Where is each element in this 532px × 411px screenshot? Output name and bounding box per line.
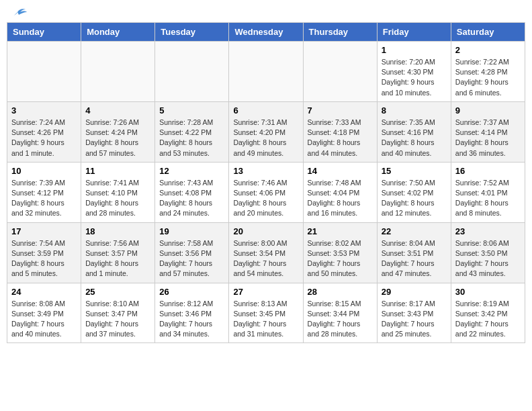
- day-info: Sunrise: 7:33 AM Sunset: 4:18 PM Dayligh…: [308, 118, 373, 158]
- calendar-day: 21Sunrise: 8:02 AM Sunset: 3:53 PM Dayli…: [303, 222, 377, 283]
- day-info: Sunrise: 7:28 AM Sunset: 4:22 PM Dayligh…: [159, 118, 224, 158]
- day-info: Sunrise: 8:04 AM Sunset: 3:51 PM Dayligh…: [382, 238, 447, 279]
- day-info: Sunrise: 8:17 AM Sunset: 3:43 PM Dayligh…: [382, 299, 447, 340]
- calendar-day: 20Sunrise: 8:00 AM Sunset: 3:54 PM Dayli…: [229, 222, 303, 283]
- day-number: 8: [382, 105, 447, 116]
- day-info: Sunrise: 7:54 AM Sunset: 3:59 PM Dayligh…: [11, 238, 77, 279]
- day-info: Sunrise: 7:22 AM Sunset: 4:28 PM Dayligh…: [455, 57, 521, 98]
- day-info: Sunrise: 7:24 AM Sunset: 4:26 PM Dayligh…: [11, 118, 77, 158]
- day-number: 17: [11, 226, 77, 236]
- day-info: Sunrise: 8:15 AM Sunset: 3:44 PM Dayligh…: [308, 299, 373, 340]
- day-number: 16: [455, 166, 521, 176]
- day-info: Sunrise: 8:13 AM Sunset: 3:45 PM Dayligh…: [233, 299, 298, 340]
- day-number: 2: [455, 45, 521, 55]
- day-info: Sunrise: 7:26 AM Sunset: 4:24 PM Dayligh…: [85, 118, 150, 158]
- empty-day: [81, 42, 155, 102]
- calendar-day: 10Sunrise: 7:39 AM Sunset: 4:12 PM Dayli…: [7, 162, 81, 222]
- calendar-day: 9Sunrise: 7:37 AM Sunset: 4:14 PM Daylig…: [451, 101, 525, 162]
- day-number: 23: [455, 226, 521, 236]
- day-info: Sunrise: 7:39 AM Sunset: 4:12 PM Dayligh…: [11, 178, 77, 219]
- calendar-day: 14Sunrise: 7:48 AM Sunset: 4:04 PM Dayli…: [303, 162, 377, 222]
- weekday-header: Thursday: [303, 23, 377, 42]
- empty-day: [7, 42, 81, 102]
- calendar-day: 4Sunrise: 7:26 AM Sunset: 4:24 PM Daylig…: [81, 101, 155, 162]
- day-info: Sunrise: 7:46 AM Sunset: 4:06 PM Dayligh…: [233, 178, 298, 219]
- calendar-day: 18Sunrise: 7:56 AM Sunset: 3:57 PM Dayli…: [81, 222, 155, 283]
- calendar-day: 30Sunrise: 8:19 AM Sunset: 3:42 PM Dayli…: [451, 283, 525, 343]
- day-info: Sunrise: 8:12 AM Sunset: 3:46 PM Dayligh…: [159, 299, 224, 340]
- day-number: 30: [455, 287, 521, 297]
- weekday-header: Saturday: [451, 23, 525, 42]
- calendar-day: 8Sunrise: 7:35 AM Sunset: 4:16 PM Daylig…: [377, 101, 451, 162]
- weekday-header: Friday: [377, 23, 451, 42]
- day-info: Sunrise: 7:20 AM Sunset: 4:30 PM Dayligh…: [382, 57, 447, 98]
- day-number: 22: [382, 226, 447, 236]
- day-number: 26: [159, 287, 224, 297]
- day-info: Sunrise: 7:52 AM Sunset: 4:01 PM Dayligh…: [455, 178, 521, 219]
- day-number: 28: [308, 287, 373, 297]
- day-info: Sunrise: 7:35 AM Sunset: 4:16 PM Dayligh…: [382, 118, 447, 158]
- calendar-day: 25Sunrise: 8:10 AM Sunset: 3:47 PM Dayli…: [81, 283, 155, 343]
- day-info: Sunrise: 7:58 AM Sunset: 3:56 PM Dayligh…: [159, 238, 224, 279]
- day-info: Sunrise: 8:10 AM Sunset: 3:47 PM Dayligh…: [85, 299, 150, 340]
- weekday-header: Wednesday: [229, 23, 303, 42]
- day-info: Sunrise: 8:19 AM Sunset: 3:42 PM Dayligh…: [455, 299, 521, 340]
- calendar-day: 28Sunrise: 8:15 AM Sunset: 3:44 PM Dayli…: [303, 283, 377, 343]
- day-number: 24: [11, 287, 77, 297]
- day-number: 3: [11, 105, 77, 116]
- logo-bird-icon: [8, 7, 27, 21]
- empty-day: [229, 42, 303, 102]
- day-number: 7: [308, 105, 373, 116]
- calendar-day: 12Sunrise: 7:43 AM Sunset: 4:08 PM Dayli…: [155, 162, 229, 222]
- day-info: Sunrise: 8:06 AM Sunset: 3:50 PM Dayligh…: [455, 238, 521, 279]
- calendar-day: 3Sunrise: 7:24 AM Sunset: 4:26 PM Daylig…: [7, 101, 81, 162]
- day-info: Sunrise: 7:56 AM Sunset: 3:57 PM Dayligh…: [85, 238, 150, 279]
- day-number: 15: [382, 166, 447, 176]
- day-number: 27: [233, 287, 298, 297]
- day-number: 12: [159, 166, 224, 176]
- day-info: Sunrise: 7:31 AM Sunset: 4:20 PM Dayligh…: [233, 118, 298, 158]
- day-number: 18: [85, 226, 150, 236]
- day-info: Sunrise: 8:08 AM Sunset: 3:49 PM Dayligh…: [11, 299, 77, 340]
- day-number: 25: [85, 287, 150, 297]
- day-info: Sunrise: 7:43 AM Sunset: 4:08 PM Dayligh…: [159, 178, 224, 219]
- day-info: Sunrise: 8:02 AM Sunset: 3:53 PM Dayligh…: [308, 238, 373, 279]
- day-info: Sunrise: 7:48 AM Sunset: 4:04 PM Dayligh…: [308, 178, 373, 219]
- day-number: 11: [85, 166, 150, 176]
- calendar: SundayMondayTuesdayWednesdayThursdayFrid…: [7, 22, 525, 343]
- weekday-header: Tuesday: [155, 23, 229, 42]
- calendar-day: 19Sunrise: 7:58 AM Sunset: 3:56 PM Dayli…: [155, 222, 229, 283]
- calendar-day: 26Sunrise: 8:12 AM Sunset: 3:46 PM Dayli…: [155, 283, 229, 343]
- day-number: 4: [85, 105, 150, 116]
- calendar-day: 22Sunrise: 8:04 AM Sunset: 3:51 PM Dayli…: [377, 222, 451, 283]
- day-number: 19: [159, 226, 224, 236]
- day-number: 1: [382, 45, 447, 55]
- day-number: 10: [11, 166, 77, 176]
- day-info: Sunrise: 7:50 AM Sunset: 4:02 PM Dayligh…: [382, 178, 447, 219]
- weekday-header: Sunday: [7, 23, 81, 42]
- logo: [7, 7, 27, 19]
- calendar-day: 5Sunrise: 7:28 AM Sunset: 4:22 PM Daylig…: [155, 101, 229, 162]
- day-number: 13: [233, 166, 298, 176]
- day-number: 5: [159, 105, 224, 116]
- calendar-day: 11Sunrise: 7:41 AM Sunset: 4:10 PM Dayli…: [81, 162, 155, 222]
- calendar-day: 6Sunrise: 7:31 AM Sunset: 4:20 PM Daylig…: [229, 101, 303, 162]
- empty-day: [155, 42, 229, 102]
- calendar-day: 13Sunrise: 7:46 AM Sunset: 4:06 PM Dayli…: [229, 162, 303, 222]
- day-number: 29: [382, 287, 447, 297]
- day-number: 6: [233, 105, 298, 116]
- day-info: Sunrise: 7:41 AM Sunset: 4:10 PM Dayligh…: [85, 178, 150, 219]
- day-number: 21: [308, 226, 373, 236]
- calendar-day: 17Sunrise: 7:54 AM Sunset: 3:59 PM Dayli…: [7, 222, 81, 283]
- calendar-day: 15Sunrise: 7:50 AM Sunset: 4:02 PM Dayli…: [377, 162, 451, 222]
- calendar-day: 16Sunrise: 7:52 AM Sunset: 4:01 PM Dayli…: [451, 162, 525, 222]
- calendar-day: 27Sunrise: 8:13 AM Sunset: 3:45 PM Dayli…: [229, 283, 303, 343]
- calendar-day: 1Sunrise: 7:20 AM Sunset: 4:30 PM Daylig…: [377, 42, 451, 102]
- calendar-day: 29Sunrise: 8:17 AM Sunset: 3:43 PM Dayli…: [377, 283, 451, 343]
- day-info: Sunrise: 7:37 AM Sunset: 4:14 PM Dayligh…: [455, 118, 521, 158]
- day-info: Sunrise: 8:00 AM Sunset: 3:54 PM Dayligh…: [233, 238, 298, 279]
- empty-day: [303, 42, 377, 102]
- weekday-header: Monday: [81, 23, 155, 42]
- day-number: 14: [308, 166, 373, 176]
- day-number: 9: [455, 105, 521, 116]
